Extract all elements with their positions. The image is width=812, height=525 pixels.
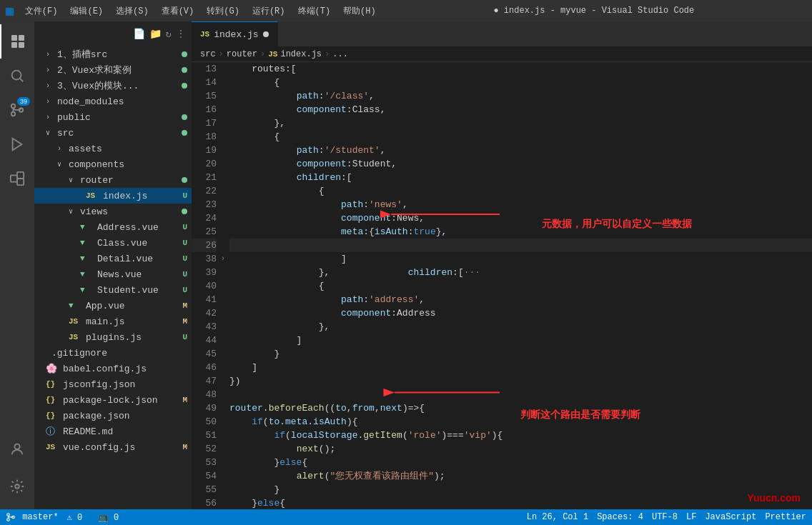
toolbar-new-file[interactable]: 📄: [133, 28, 145, 40]
code-line-47: }): [229, 374, 812, 388]
sidebar-item-label: plugins.js: [86, 332, 142, 343]
sidebar-item-app-vue[interactable]: ▼ App.vue M: [34, 298, 192, 314]
svg-point-20: [7, 519, 10, 521]
sidebar-item-views[interactable]: ∨ views: [34, 204, 192, 219]
sidebar-item-babel-config[interactable]: 🌸 babel.config.js: [34, 361, 192, 376]
code-line-15: path:'/class',: [229, 89, 812, 103]
titlebar-left: ▦ 文件(F) 编辑(E) 选择(S) 查看(V) 转到(G) 运行(R) 终端…: [6, 3, 382, 19]
sidebar-item-readme[interactable]: ⓘ README.md: [34, 424, 192, 439]
status-spaces[interactable]: Spaces: 4: [597, 512, 643, 522]
sidebar-item-vuex-examples[interactable]: › 2、Vuex求和案例: [34, 62, 192, 78]
activity-debug[interactable]: [0, 127, 34, 161]
sidebar-item-jsconfig[interactable]: {} jsconfig.json: [34, 376, 192, 392]
status-position[interactable]: Ln 26, Col 1: [527, 512, 588, 522]
sidebar-item-label: .gitignore: [51, 348, 107, 359]
tab-modified-indicator: [263, 31, 269, 37]
sidebar-item-router[interactable]: ∨ router: [34, 172, 192, 188]
menu-goto[interactable]: 转到(G): [201, 4, 245, 19]
menu-file[interactable]: 文件(F): [19, 4, 64, 19]
sidebar-item-main-js[interactable]: JS main.js M: [34, 314, 192, 329]
activity-search[interactable]: [0, 59, 34, 93]
tab-index-js[interactable]: JS index.js: [192, 21, 278, 46]
modified-badge: M: [182, 301, 187, 310]
code-area[interactable]: routes:[ { path:'/class', component:Clas…: [224, 62, 812, 509]
svg-point-13: [14, 444, 19, 449]
editor-content[interactable]: 13 14 15 16 17 18 19 20 21 22 23 24 25 2…: [192, 62, 812, 509]
sidebar-item-label: router: [80, 175, 114, 186]
code-line-20: component:Student,: [229, 157, 812, 171]
sidebar-item-components[interactable]: ∨ components: [34, 156, 192, 172]
svg-point-7: [11, 112, 16, 116]
info-file-icon: ⓘ: [46, 425, 57, 438]
code-line-52: next();: [229, 442, 812, 456]
untracked-badge: U: [182, 254, 187, 263]
sidebar-item-student-vue[interactable]: ▼ Student.vue U: [34, 282, 192, 298]
menu-terminal[interactable]: 终端(T): [292, 4, 337, 19]
sidebar-item-assets[interactable]: › assets: [34, 141, 192, 156]
code-line-49: router.beforeEach((to,from,next)=>{: [229, 401, 812, 415]
menu-help[interactable]: 帮助(H): [337, 4, 382, 19]
breadcrumb-ellipsis[interactable]: ...: [332, 49, 348, 59]
svg-point-4: [12, 71, 21, 80]
sidebar-item-package-lock[interactable]: {} package-lock.json M: [34, 392, 192, 408]
sidebar-item-class-vue[interactable]: ▼ Class.vue U: [34, 235, 192, 251]
svg-rect-1: [19, 35, 24, 41]
sidebar-item-public[interactable]: › public: [34, 109, 192, 125]
modified-badge: M: [182, 317, 187, 326]
activity-bar: 39: [0, 21, 34, 509]
sidebar-item-gitignore[interactable]: .gitignore: [34, 345, 192, 361]
sidebar-item-index-js[interactable]: JS index.js U: [34, 188, 192, 204]
sidebar-item-slots-src[interactable]: › 1、插槽src: [34, 46, 192, 62]
arrow-icon: ›: [46, 114, 57, 121]
sidebar-item-vuex-modules[interactable]: › 3、Vuex的模块...: [34, 78, 192, 94]
status-language[interactable]: JavaScript: [705, 512, 756, 522]
sidebar-item-detail-vue[interactable]: ▼ Detail.vue U: [34, 251, 192, 266]
code-line-45: }: [229, 347, 812, 361]
status-right: Ln 26, Col 1 Spaces: 4 UTF-8 LF JavaScri…: [527, 512, 806, 522]
modified-dot: [182, 83, 187, 89]
sidebar-item-package-json[interactable]: {} package.json: [34, 408, 192, 424]
status-formatter[interactable]: Prettier: [765, 512, 806, 522]
svg-line-5: [20, 79, 23, 81]
modified-dot: [182, 130, 187, 136]
toolbar-collapse[interactable]: ⋮: [176, 28, 186, 40]
sidebar-item-address-vue[interactable]: ▼ Address.vue U: [34, 219, 192, 235]
toolbar-new-folder[interactable]: 📁: [149, 28, 162, 40]
code-line-19: path:'/student',: [229, 144, 812, 157]
menu-view[interactable]: 查看(V): [156, 4, 200, 19]
modified-badge: M: [182, 396, 187, 404]
toolbar-refresh[interactable]: ↻: [166, 28, 172, 40]
arrow-icon: ›: [46, 66, 57, 74]
status-line-ending[interactable]: LF: [686, 512, 696, 522]
menu-edit[interactable]: 编辑(E): [64, 4, 109, 19]
sidebar-item-vue-config[interactable]: JS vue.config.js M: [34, 439, 192, 455]
activity-settings[interactable]: [0, 469, 34, 504]
sidebar-item-label: Class.vue: [97, 238, 147, 249]
breadcrumb-src[interactable]: src: [200, 49, 216, 59]
vue-file-icon: ▼: [80, 286, 91, 294]
arrow-icon: ›: [57, 145, 69, 153]
sidebar-item-label: package-lock.json: [63, 395, 158, 406]
sidebar-item-news-vue[interactable]: ▼ News.vue U: [34, 266, 192, 282]
code-line-26: › children:[···: [229, 239, 812, 252]
svg-point-19: [7, 514, 10, 516]
activity-explorer[interactable]: [0, 24, 34, 59]
activity-extensions[interactable]: [0, 161, 34, 196]
status-encoding[interactable]: UTF-8: [652, 512, 678, 522]
sidebar-toolbar: 📄 📁 ↻ ⋮: [34, 21, 192, 46]
arrow-icon: ›: [46, 98, 57, 106]
breadcrumb: src › router › JS index.js › ...: [192, 46, 812, 62]
breadcrumb-router[interactable]: router: [227, 49, 257, 59]
sidebar-item-node-modules[interactable]: › node_modules: [34, 94, 192, 109]
sidebar-item-plugins-js[interactable]: JS plugins.js U: [34, 329, 192, 345]
activity-account[interactable]: [0, 432, 34, 466]
sidebar-item-label: Address.vue: [97, 222, 159, 233]
code-line-18: {: [229, 130, 812, 144]
status-errors[interactable]: ⚠ 0 📺 0: [67, 512, 119, 523]
menu-run[interactable]: 运行(R): [247, 4, 291, 19]
sidebar-item-src[interactable]: ∨ src: [34, 125, 192, 141]
breadcrumb-index-js[interactable]: index.js: [280, 49, 322, 59]
status-branch[interactable]: master*: [6, 512, 59, 522]
activity-source-control[interactable]: 39: [0, 93, 34, 127]
menu-select[interactable]: 选择(S): [110, 4, 154, 19]
